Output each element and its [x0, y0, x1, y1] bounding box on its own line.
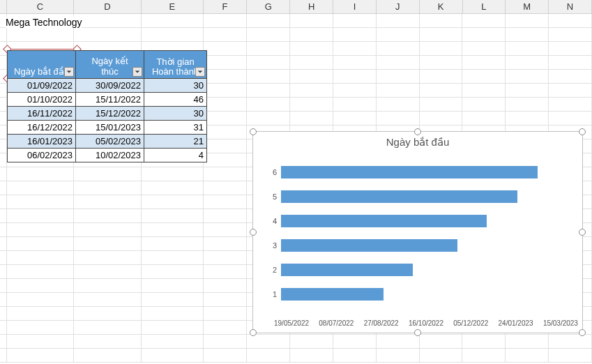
filter-dropdown-icon[interactable]: [195, 67, 205, 77]
chart-y-label: 1: [267, 290, 277, 298]
cell[interactable]: 21: [144, 135, 207, 149]
cell[interactable]: 16/01/2023: [8, 135, 76, 149]
col-J[interactable]: J: [377, 0, 420, 13]
chart-y-label: 4: [267, 217, 277, 225]
chart-x-axis: 19/05/202208/07/202227/08/202216/10/2022…: [274, 319, 578, 327]
chart-resize-handle[interactable]: [579, 329, 586, 336]
chart-object[interactable]: Ngày bắt đầu 123456 19/05/202208/07/2022…: [252, 131, 583, 333]
chart-y-label: 5: [267, 192, 277, 201]
chart-x-tick: 27/08/2022: [364, 319, 399, 327]
chart-resize-handle[interactable]: [250, 229, 257, 236]
cell[interactable]: 15/01/2023: [76, 121, 144, 135]
col-F[interactable]: F: [204, 0, 248, 13]
filter-dropdown-icon[interactable]: [64, 67, 74, 77]
table-row[interactable]: 16/01/202305/02/202321: [8, 135, 207, 149]
chart-resize-handle[interactable]: [414, 128, 421, 135]
chart-x-tick: 19/05/2022: [274, 319, 309, 327]
column-headers: C D E F G H I J K L M N: [0, 0, 592, 14]
cell[interactable]: 4: [144, 149, 207, 162]
table-header-enddate[interactable]: Ngày kết thúc: [76, 51, 144, 79]
cell[interactable]: 30: [144, 79, 207, 93]
chart-bar[interactable]: [281, 288, 384, 301]
cell[interactable]: 30/09/2022: [76, 79, 144, 93]
table-row[interactable]: 01/10/202215/11/202246: [8, 93, 207, 107]
cell[interactable]: 15/11/2022: [76, 93, 144, 107]
header-label: Ngày bắt đầu: [14, 66, 69, 77]
chart-resize-handle[interactable]: [414, 329, 421, 336]
cell[interactable]: 16/11/2022: [8, 107, 76, 121]
chart-x-tick: 16/10/2022: [409, 319, 443, 327]
cell[interactable]: 06/02/2023: [8, 149, 76, 162]
col-M[interactable]: M: [506, 0, 549, 13]
col-K[interactable]: K: [420, 0, 463, 13]
cell[interactable]: 10/02/2023: [76, 149, 144, 162]
chart-bar[interactable]: [281, 239, 457, 252]
chart-bar[interactable]: [281, 166, 538, 179]
chart-resize-handle[interactable]: [579, 128, 586, 135]
chart-y-label: 6: [267, 168, 277, 176]
col-G[interactable]: G: [247, 0, 290, 13]
cell[interactable]: 46: [144, 93, 207, 107]
chart-bar[interactable]: [281, 215, 487, 227]
table-row[interactable]: 06/02/202310/02/20234: [8, 149, 207, 162]
chart-x-tick: 15/03/2023: [543, 319, 578, 327]
cell[interactable]: 30: [144, 107, 207, 121]
filter-dropdown-icon[interactable]: [132, 67, 142, 77]
chart-resize-handle[interactable]: [579, 229, 586, 236]
chart-plot-area[interactable]: 123456: [281, 160, 574, 306]
col-N[interactable]: N: [549, 0, 592, 13]
cell[interactable]: 15/12/2022: [76, 107, 144, 121]
header-label: Ngày kết thúc: [82, 56, 138, 77]
cell[interactable]: 05/02/2023: [76, 135, 144, 149]
cell[interactable]: 01/09/2022: [8, 79, 76, 93]
chart-x-tick: 08/07/2022: [319, 319, 354, 327]
chart-bar[interactable]: [281, 264, 413, 276]
chart-y-label: 3: [267, 241, 277, 250]
cell[interactable]: 31: [144, 121, 207, 135]
cell[interactable]: 16/12/2022: [8, 121, 76, 135]
chart-x-tick: 05/12/2022: [453, 319, 488, 327]
gutter: [0, 0, 7, 13]
col-C[interactable]: C: [7, 0, 75, 13]
col-E[interactable]: E: [142, 0, 204, 13]
chart-bar[interactable]: [281, 190, 517, 203]
chart-y-label: 2: [267, 266, 277, 274]
chart-resize-handle[interactable]: [250, 329, 257, 336]
data-table[interactable]: Ngày bắt đầu Ngày kết thúc Thời gian Hoà…: [7, 50, 207, 162]
table-row[interactable]: 01/09/202230/09/202230: [8, 79, 207, 93]
chart-x-tick: 24/01/2023: [499, 319, 533, 327]
col-H[interactable]: H: [290, 0, 333, 13]
table-row[interactable]: 16/12/202215/01/202331: [8, 121, 207, 135]
col-I[interactable]: I: [333, 0, 377, 13]
table-header-duration[interactable]: Thời gian Hoàn thành: [144, 51, 207, 79]
cell[interactable]: 01/10/2022: [8, 93, 76, 107]
col-D[interactable]: D: [74, 0, 142, 13]
title-cell[interactable]: Mega Technology: [6, 17, 82, 28]
col-L[interactable]: L: [463, 0, 506, 13]
table-header-startdate[interactable]: Ngày bắt đầu: [8, 51, 76, 79]
table-row[interactable]: 16/11/202215/12/202230: [8, 107, 207, 121]
chart-resize-handle[interactable]: [250, 128, 257, 135]
